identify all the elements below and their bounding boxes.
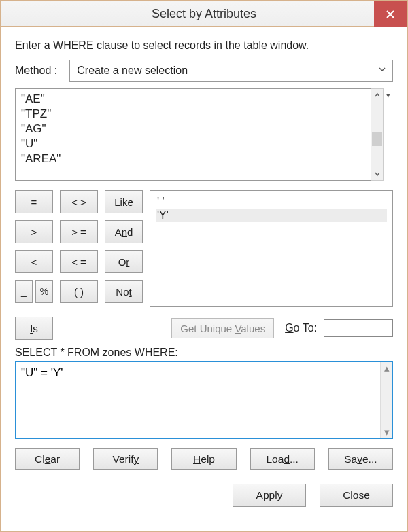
scroll-track[interactable] [381, 374, 392, 426]
method-selected-value: Create a new selection [77, 65, 188, 77]
overflow-menu-icon[interactable]: ▾ [384, 88, 393, 181]
goto-label: Go To: [285, 322, 317, 334]
sql-label-where: WHERE: [135, 347, 178, 358]
values-controls-row: Is Get Unique Values Go To: [15, 317, 393, 340]
close-icon [386, 10, 395, 19]
chevron-down-icon [377, 65, 387, 77]
operator-column: = < > Like > > = And < < = Or _ % ( ) No… [15, 190, 143, 307]
scroll-thumb[interactable] [372, 132, 382, 146]
sql-label: SELECT * FROM zones WHERE: [15, 347, 393, 359]
field-item[interactable]: "AREA" [20, 152, 367, 166]
field-item[interactable]: "AG" [20, 122, 367, 137]
select-by-attributes-dialog: Select by Attributes Enter a WHERE claus… [0, 0, 408, 532]
op-like-button[interactable]: Like [105, 190, 143, 213]
goto-input[interactable] [324, 319, 393, 337]
help-button[interactable]: Help [171, 448, 236, 470]
close-button[interactable]: Close [320, 484, 393, 507]
op-and-button[interactable]: And [105, 220, 143, 243]
scroll-up-icon[interactable] [371, 89, 383, 101]
op-lte-button[interactable]: < = [60, 250, 98, 273]
op-parens-button[interactable]: ( ) [60, 280, 98, 303]
op-gte-button[interactable]: > = [60, 220, 98, 243]
dialog-body: Enter a WHERE clause to select records i… [1, 27, 407, 531]
op-lt-button[interactable]: < [15, 250, 53, 273]
value-item[interactable]: 'Y' [156, 209, 387, 222]
close-window-button[interactable] [374, 1, 407, 27]
method-label: Method : [15, 65, 57, 77]
where-clause-area: ▴ ▾ [15, 361, 393, 439]
op-not-button[interactable]: Not [105, 280, 143, 303]
value-item[interactable]: ' ' [156, 195, 387, 209]
instruction-text: Enter a WHERE clause to select records i… [15, 39, 393, 52]
where-scrollbar[interactable]: ▴ ▾ [380, 362, 392, 438]
op-percent-button[interactable]: % [35, 280, 53, 303]
where-clause-input[interactable] [16, 362, 380, 438]
sql-label-prefix: SELECT * FROM zones [15, 347, 135, 358]
op-underscore-button[interactable]: _ [15, 280, 33, 303]
final-buttons-row: Apply Close [15, 484, 393, 507]
fields-area: "AE" "TPZ" "AG" "U" "AREA" ▾ [15, 88, 393, 181]
unique-values-list[interactable]: ' ' 'Y' [150, 190, 393, 307]
op-is-button[interactable]: Is [15, 317, 53, 340]
operators-and-values: = < > Like > > = And < < = Or _ % ( ) No… [15, 190, 393, 307]
fields-scrollbar[interactable] [371, 88, 384, 181]
window-title: Select by Attributes [34, 7, 374, 21]
title-bar: Select by Attributes [1, 1, 407, 27]
verify-button[interactable]: Verify [93, 448, 158, 470]
op-equals-button[interactable]: = [15, 190, 53, 213]
action-buttons-row: Clear Verify Help Load... Save... [15, 448, 393, 470]
scroll-down-icon[interactable]: ▾ [381, 426, 392, 438]
method-select[interactable]: Create a new selection [69, 60, 393, 82]
field-item[interactable]: "AE" [20, 92, 367, 107]
field-item[interactable]: "TPZ" [20, 107, 367, 122]
method-row: Method : Create a new selection [15, 60, 393, 82]
op-or-button[interactable]: Or [105, 250, 143, 273]
save-button[interactable]: Save... [328, 448, 393, 470]
op-gt-button[interactable]: > [15, 220, 53, 243]
fields-list[interactable]: "AE" "TPZ" "AG" "U" "AREA" [15, 88, 371, 181]
get-unique-values-button: Get Unique Values [171, 318, 274, 338]
field-item[interactable]: "U" [20, 137, 367, 152]
scroll-down-icon[interactable] [371, 168, 383, 180]
scroll-up-icon[interactable]: ▴ [381, 362, 392, 374]
op-not-equals-button[interactable]: < > [60, 190, 98, 213]
scroll-track[interactable] [371, 101, 383, 168]
load-button[interactable]: Load... [250, 448, 315, 470]
clear-button[interactable]: Clear [15, 448, 80, 470]
apply-button[interactable]: Apply [233, 484, 306, 507]
